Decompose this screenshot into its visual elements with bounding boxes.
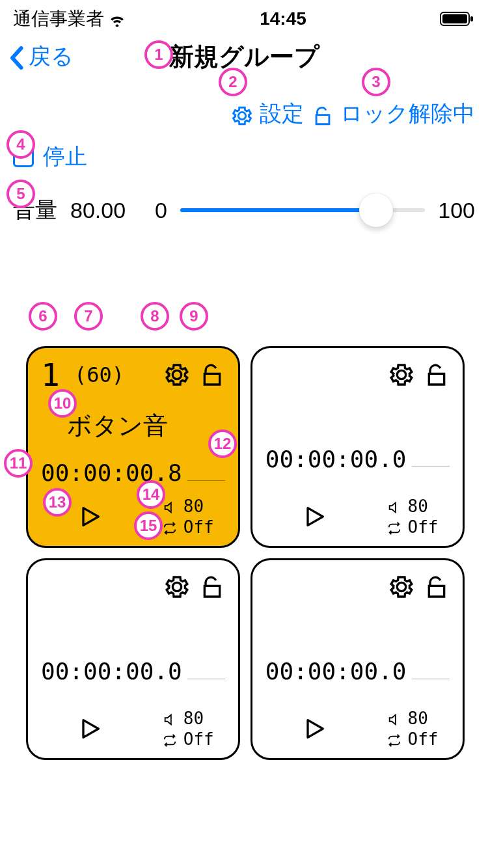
annotation-badge: 1 <box>144 40 173 69</box>
sound-card[interactable]: 00:00:00.0 80 Off <box>26 558 240 760</box>
card-loop: Off <box>183 517 214 537</box>
unlock-icon[interactable] <box>424 574 450 600</box>
stop-row: 停止 <box>0 135 488 178</box>
card-volume: 80 <box>183 709 204 728</box>
card-bpm: (60) <box>74 362 124 387</box>
loop-icon <box>387 517 401 537</box>
card-volume: 80 <box>408 496 428 516</box>
speaker-icon <box>387 709 401 728</box>
annotation-badge: 5 <box>7 180 35 208</box>
card-time: 00:00:00.0 <box>265 446 407 472</box>
annotation-badge: 7 <box>74 302 103 331</box>
card-duration <box>412 467 450 467</box>
gear-icon <box>231 101 253 126</box>
card-duration <box>187 480 225 481</box>
sound-card[interactable]: 00:00:00.0 80 Off <box>251 346 465 548</box>
annotation-badge: 2 <box>219 68 247 96</box>
card-time: 00:00:00.0 <box>265 658 407 685</box>
annotation-badge: 6 <box>29 302 57 331</box>
gear-icon[interactable] <box>388 574 414 600</box>
play-button[interactable] <box>301 716 327 742</box>
sound-card[interactable]: 1 (60) ボタン音 00:00:00.8 80 <box>26 346 240 548</box>
loop-icon <box>387 729 401 749</box>
loop-icon <box>163 729 177 749</box>
annotation-badge: 14 <box>137 480 165 509</box>
play-button[interactable] <box>77 504 103 530</box>
card-index: 1 <box>41 357 60 393</box>
annotation-badge: 11 <box>4 449 33 478</box>
card-duration <box>412 679 450 679</box>
gear-icon[interactable] <box>164 574 190 600</box>
card-loop: Off <box>183 729 214 749</box>
unlock-icon[interactable] <box>199 574 225 600</box>
annotation-badge: 15 <box>134 511 163 540</box>
volume-value: 80.00 <box>70 198 142 223</box>
card-volume: 80 <box>183 496 204 516</box>
back-label: 戻る <box>29 42 74 72</box>
card-loop: Off <box>408 729 439 749</box>
annotation-badge: 12 <box>208 429 237 458</box>
volume-max: 100 <box>438 198 475 223</box>
clock: 14:45 <box>260 8 306 29</box>
annotation-badge: 4 <box>7 130 35 159</box>
card-volume: 80 <box>408 709 428 728</box>
lock-toggle[interactable]: ロック解除中 <box>312 99 475 129</box>
settings-label: 設定 <box>260 99 304 129</box>
play-button[interactable] <box>301 504 327 530</box>
annotation-badge: 10 <box>48 389 77 418</box>
slider-thumb[interactable] <box>359 193 393 227</box>
card-name <box>265 602 450 654</box>
unlock-icon <box>312 101 334 126</box>
stop-label: 停止 <box>43 142 87 172</box>
volume-slider[interactable] <box>180 194 425 226</box>
svg-rect-1 <box>442 14 467 23</box>
status-bar: 通信事業者 14:45 <box>0 0 488 34</box>
volume-row: 音量 80.00 0 100 <box>0 178 488 242</box>
chevron-left-icon <box>9 44 23 70</box>
card-name <box>265 390 450 442</box>
annotation-badge: 13 <box>43 488 72 517</box>
lock-label: ロック解除中 <box>340 99 475 129</box>
gear-icon[interactable] <box>388 362 414 388</box>
unlock-icon[interactable] <box>199 362 225 388</box>
svg-rect-2 <box>470 16 473 21</box>
loop-icon <box>163 517 177 537</box>
unlock-icon[interactable] <box>424 362 450 388</box>
speaker-icon <box>387 496 401 516</box>
annotation-badge: 8 <box>141 302 169 331</box>
card-time: 00:00:00.0 <box>41 658 182 685</box>
wifi-icon <box>108 8 126 29</box>
settings-button[interactable]: 設定 <box>231 99 304 129</box>
sound-card[interactable]: 00:00:00.0 80 Off <box>251 558 465 760</box>
annotation-badge: 9 <box>180 302 208 331</box>
speaker-icon <box>163 709 177 728</box>
play-button[interactable] <box>77 716 103 742</box>
card-loop: Off <box>408 517 439 537</box>
carrier-label: 通信事業者 <box>13 7 104 31</box>
battery-icon <box>440 11 475 27</box>
speaker-icon <box>163 496 177 516</box>
annotation-badge: 3 <box>362 68 390 96</box>
gear-icon[interactable] <box>164 362 190 388</box>
back-button[interactable]: 戻る <box>9 42 74 72</box>
card-duration <box>187 679 225 679</box>
page-title: 新規グループ <box>169 40 319 74</box>
volume-min: 0 <box>155 198 167 223</box>
card-name <box>41 602 225 654</box>
card-time: 00:00:00.8 <box>41 459 182 486</box>
